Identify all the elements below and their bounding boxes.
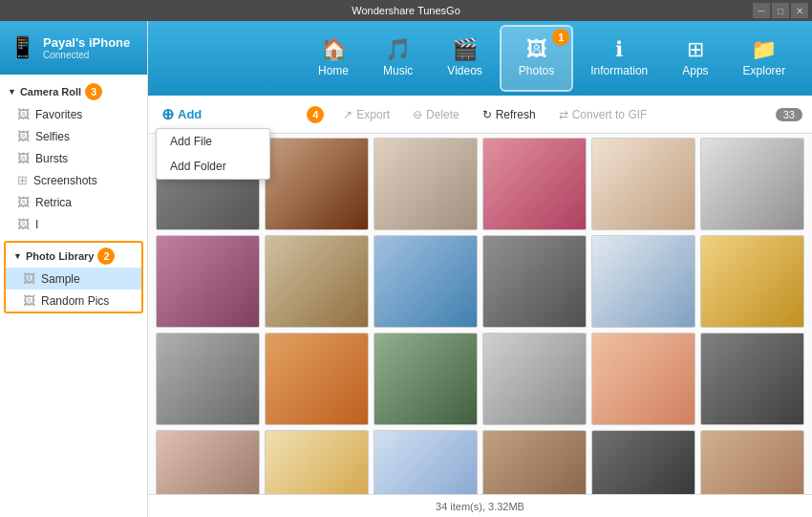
- nav-photos[interactable]: 🖼 Photos 1: [500, 25, 573, 92]
- photo-cell-13[interactable]: [156, 333, 260, 425]
- photo-thumb-19: [157, 431, 259, 494]
- nav-explorer[interactable]: 📁 Explorer: [726, 25, 803, 92]
- photo-cell-2[interactable]: [265, 138, 369, 230]
- delete-icon: ⊖: [413, 108, 422, 121]
- sidebar-item-screenshots[interactable]: ⊞ Screenshots: [0, 169, 147, 191]
- photo-thumb-4: [483, 139, 586, 229]
- delete-button[interactable]: ⊖ Delete: [409, 106, 463, 123]
- nav-bar: 🏠 Home 🎵 Music 🎬 Videos 🖼 Photos 1 ℹ Inf…: [148, 21, 812, 96]
- bursts-icon: 🖼: [17, 151, 30, 165]
- photo-library-section: ▼ Photo Library 2 🖼 Sample 🖼 Random Pics: [4, 241, 143, 313]
- sidebar-item-retrica[interactable]: 🖼 Retrica: [0, 191, 147, 213]
- add-file-item[interactable]: Add File: [157, 129, 269, 154]
- photo-cell-15[interactable]: [374, 333, 478, 425]
- favorites-icon: 🖼: [17, 107, 30, 121]
- count-area: 33: [776, 108, 802, 121]
- photo-cell-6[interactable]: [700, 138, 804, 230]
- sidebar-item-favorites[interactable]: 🖼 Favorites: [0, 103, 147, 125]
- photo-thumb-3: [374, 139, 477, 229]
- step-badge-4: 4: [307, 106, 324, 123]
- photo-thumb-21: [374, 431, 477, 494]
- selfies-icon: 🖼: [17, 129, 30, 143]
- maximize-button[interactable]: □: [772, 3, 789, 18]
- title-bar: Wondershare TunesGo ─ □ ✕: [0, 0, 812, 21]
- photo-thumb-11: [592, 236, 694, 327]
- photo-cell-16[interactable]: [482, 333, 587, 425]
- photo-cell-8[interactable]: [265, 235, 369, 328]
- sidebar-item-i[interactable]: 🖼 I: [0, 213, 147, 235]
- device-name: Payal's iPhone: [43, 35, 130, 50]
- information-icon: ℹ: [615, 39, 623, 60]
- add-dropdown-menu: Add File Add Folder: [156, 128, 270, 180]
- photo-row-4: [156, 430, 804, 494]
- status-bar: 34 item(s), 3.32MB: [148, 494, 812, 517]
- photo-cell-14[interactable]: [265, 333, 369, 425]
- nav-home[interactable]: 🏠 Home: [301, 25, 366, 92]
- add-icon: ⊕: [161, 105, 174, 123]
- photo-row-2: [156, 235, 804, 328]
- random-pics-icon: 🖼: [23, 293, 35, 308]
- camera-roll-arrow: ▼: [8, 87, 16, 97]
- step-badge-3: 3: [85, 83, 102, 100]
- nav-apps[interactable]: ⊞ Apps: [665, 25, 725, 92]
- photo-thumb-15: [374, 334, 477, 424]
- nav-music[interactable]: 🎵 Music: [366, 25, 430, 92]
- photo-count-badge: 33: [776, 108, 802, 121]
- photo-thumb-2: [266, 139, 368, 229]
- photo-cell-7[interactable]: [156, 235, 260, 328]
- photo-cell-3[interactable]: [374, 138, 478, 230]
- photo-cell-22[interactable]: [482, 430, 587, 494]
- add-button[interactable]: ⊕ Add: [158, 103, 205, 125]
- device-status: Connected: [43, 50, 130, 60]
- photo-cell-20[interactable]: [265, 430, 369, 494]
- photo-cell-21[interactable]: [374, 430, 478, 494]
- photo-cell-11[interactable]: [591, 235, 695, 328]
- photo-thumb-14: [266, 334, 368, 424]
- refresh-button[interactable]: ↻ Refresh: [479, 106, 540, 123]
- photo-thumb-24: [701, 431, 803, 494]
- explorer-icon: 📁: [751, 39, 777, 60]
- photo-thumb-12: [701, 236, 803, 327]
- photo-library-title: ▼ Photo Library 2: [6, 243, 141, 268]
- step-badge-1: 1: [552, 29, 569, 46]
- sidebar-item-sample[interactable]: 🖼 Sample: [6, 268, 141, 290]
- window-controls: ─ □ ✕: [753, 3, 808, 18]
- sidebar-item-random-pics[interactable]: 🖼 Random Pics: [6, 290, 141, 312]
- add-folder-item[interactable]: Add Folder: [157, 154, 269, 179]
- photo-cell-4[interactable]: [482, 138, 587, 230]
- photo-thumb-22: [483, 431, 586, 494]
- photos-icon: 🖼: [526, 39, 547, 60]
- photo-thumb-23: [592, 431, 694, 494]
- photo-cell-10[interactable]: [482, 235, 587, 328]
- nav-information[interactable]: ℹ Information: [573, 25, 665, 92]
- export-button[interactable]: ↗ Export: [339, 106, 394, 123]
- device-info: Payal's iPhone Connected: [43, 35, 130, 60]
- toolbar: ⊕ Add Add File Add Folder 4 ↗ Export ⊖ D…: [148, 96, 812, 134]
- status-text: 34 item(s), 3.32MB: [436, 501, 524, 512]
- convert-gif-button[interactable]: ⇄ Convert to GIF: [555, 106, 652, 123]
- music-icon: 🎵: [385, 39, 411, 60]
- photo-thumb-20: [266, 431, 368, 494]
- export-icon: ↗: [343, 108, 353, 121]
- device-header: 📱 Payal's iPhone Connected: [0, 21, 147, 75]
- photo-thumb-13: [157, 334, 259, 424]
- photo-cell-9[interactable]: [374, 235, 478, 328]
- photo-thumb-8: [266, 236, 368, 327]
- photo-cell-23[interactable]: [591, 430, 695, 494]
- photo-cell-18[interactable]: [700, 333, 804, 425]
- nav-toolbox[interactable]: 🧰 Toolbox: [802, 25, 812, 92]
- close-button[interactable]: ✕: [791, 3, 808, 18]
- photo-thumb-18: [701, 334, 803, 424]
- photo-cell-24[interactable]: [700, 430, 804, 494]
- sidebar-item-selfies[interactable]: 🖼 Selfies: [0, 125, 147, 147]
- photo-cell-19[interactable]: [156, 430, 260, 494]
- photo-cell-5[interactable]: [591, 138, 695, 230]
- app-title: Wondershare TunesGo: [352, 5, 460, 16]
- device-icon: 📱: [10, 35, 35, 60]
- photo-cell-12[interactable]: [700, 235, 804, 328]
- photo-thumb-9: [374, 236, 477, 327]
- nav-videos[interactable]: 🎬 Videos: [430, 25, 499, 92]
- photo-cell-17[interactable]: [591, 333, 695, 425]
- sidebar-item-bursts[interactable]: 🖼 Bursts: [0, 147, 147, 169]
- minimize-button[interactable]: ─: [753, 3, 770, 18]
